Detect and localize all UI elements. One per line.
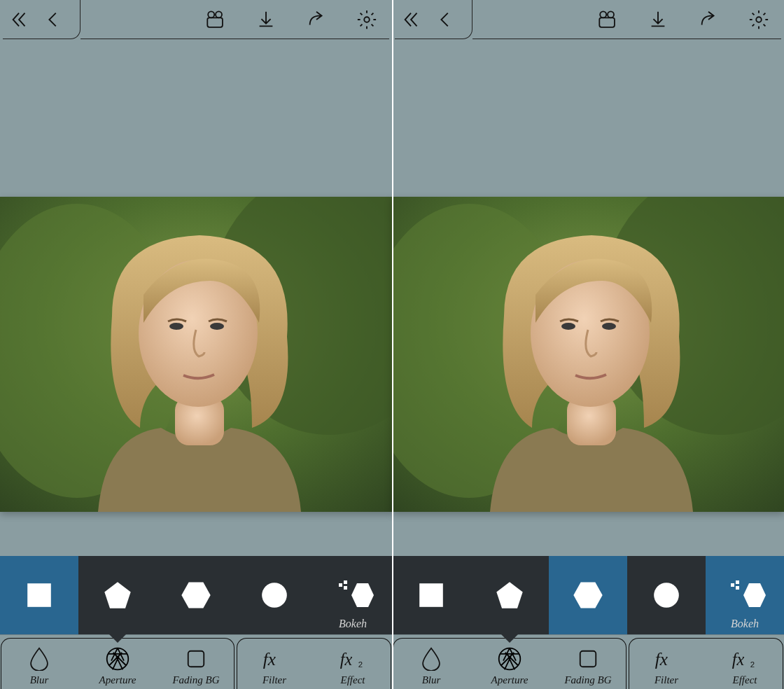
tool-aperture-label: Aperture [99, 674, 136, 686]
tool-effect[interactable]: fx 2 Effect [314, 635, 392, 689]
shape-option-square[interactable] [0, 556, 78, 634]
svg-rect-16 [339, 583, 342, 587]
tool-effect-label: Effect [733, 674, 757, 686]
shape-option-hexagon[interactable] [549, 556, 627, 634]
tool-aperture-label: Aperture [491, 674, 528, 686]
tool-aperture[interactable]: Aperture [78, 635, 157, 689]
svg-point-10 [210, 323, 224, 330]
settings-button[interactable] [742, 3, 776, 36]
svg-rect-17 [344, 580, 347, 584]
aperture-shape-strip: Bokeh [392, 556, 784, 634]
svg-rect-11 [27, 583, 51, 607]
share-icon [698, 9, 719, 30]
tool-effect[interactable]: fx2 Effect [706, 635, 784, 689]
circle-shape-icon [652, 580, 681, 610]
svg-rect-42 [736, 586, 739, 590]
tool-fadingbg-label: Fading BG [172, 674, 219, 686]
shape-option-circle[interactable] [235, 556, 314, 634]
svg-text:fx: fx [655, 650, 668, 669]
download-icon [648, 9, 668, 30]
bokeh-shape-icon [332, 579, 374, 611]
download-button[interactable] [249, 3, 283, 36]
bottom-toolbar: Blur Aperture Fading BG fx Filter fx2 Ef… [392, 634, 784, 689]
download-button[interactable] [641, 3, 675, 36]
double-back-button[interactable] [395, 3, 428, 36]
svg-point-33 [561, 323, 575, 330]
tool-blur-label: Blur [422, 674, 441, 686]
share-button[interactable] [300, 3, 333, 36]
download-icon [255, 9, 276, 30]
bokeh-shape-icon [724, 579, 766, 611]
settings-button[interactable] [350, 3, 384, 36]
top-right-group [80, 0, 389, 39]
shape-option-bokeh[interactable]: Bokeh [314, 556, 392, 634]
tool-effect-label: Effect [341, 674, 365, 686]
tool-aperture[interactable]: Aperture [470, 635, 549, 689]
tool-filter[interactable]: fx Filter [627, 635, 706, 689]
svg-marker-36 [496, 582, 522, 608]
image-stage [0, 39, 392, 556]
tool-blur[interactable]: Blur [392, 635, 470, 689]
settings-icon [356, 9, 377, 30]
edited-photo[interactable] [0, 197, 392, 512]
circle-shape-icon [260, 580, 289, 610]
top-right-group [472, 0, 781, 39]
share-button[interactable] [692, 3, 725, 36]
svg-marker-37 [573, 583, 602, 608]
svg-rect-41 [736, 580, 739, 584]
shape-option-square[interactable] [392, 556, 470, 634]
tool-blur[interactable]: Blur [0, 635, 78, 689]
svg-rect-18 [344, 586, 347, 590]
tool-filter-label: Filter [654, 674, 678, 686]
svg-point-14 [262, 583, 287, 608]
double-back-button[interactable] [3, 3, 36, 36]
svg-marker-15 [351, 583, 374, 607]
svg-point-9 [169, 323, 183, 330]
svg-point-38 [654, 583, 679, 608]
fx2-icon: fx 2 [339, 648, 367, 669]
editor-panel-right: Bokeh Blur Aperture Fading BG fx Filter … [392, 0, 784, 689]
back-icon [435, 9, 456, 30]
shape-option-hexagon[interactable] [157, 556, 235, 634]
svg-text:fx: fx [263, 650, 276, 669]
aperture-icon [497, 646, 522, 671]
shape-option-pentagon[interactable] [78, 556, 157, 634]
back-icon [43, 9, 64, 30]
tool-fadingbg[interactable]: Fading BG [157, 635, 235, 689]
double-back-icon [9, 9, 30, 30]
bottom-toolbar: Blur Aperture Fading BG fx Filter fx 2 E… [0, 634, 392, 689]
svg-text:2: 2 [358, 660, 363, 669]
svg-rect-2 [207, 18, 223, 27]
editor-panel-left: Bokeh Blur Aperture Fading BG fx Filter [0, 0, 392, 689]
tool-filter[interactable]: fx Filter [235, 635, 314, 689]
video-icon [203, 9, 228, 30]
video-button[interactable] [591, 3, 624, 36]
back-button[interactable] [428, 3, 462, 36]
back-button[interactable] [36, 3, 70, 36]
svg-rect-40 [731, 583, 734, 587]
svg-text:fx: fx [732, 650, 745, 669]
settings-icon [748, 9, 769, 30]
aperture-shape-strip: Bokeh [0, 556, 392, 634]
svg-rect-26 [599, 18, 615, 27]
svg-text:2: 2 [750, 660, 755, 669]
video-button[interactable] [199, 3, 232, 36]
shape-option-pentagon[interactable] [470, 556, 549, 634]
square-icon [186, 648, 206, 669]
fx2-icon: fx2 [731, 648, 759, 669]
shape-option-circle[interactable] [627, 556, 706, 634]
square-icon [578, 648, 598, 669]
active-tool-pointer [108, 633, 127, 643]
top-left-group [3, 0, 80, 39]
edited-photo[interactable] [392, 197, 784, 512]
tool-fadingbg[interactable]: Fading BG [549, 635, 627, 689]
square-shape-icon [24, 580, 54, 610]
bokeh-label: Bokeh [339, 618, 367, 630]
svg-point-1 [216, 11, 222, 18]
svg-point-34 [602, 323, 616, 330]
share-icon [306, 9, 327, 30]
svg-point-0 [208, 11, 214, 18]
svg-marker-12 [104, 582, 130, 608]
hexagon-shape-icon [572, 579, 604, 611]
shape-option-bokeh[interactable]: Bokeh [706, 556, 784, 634]
